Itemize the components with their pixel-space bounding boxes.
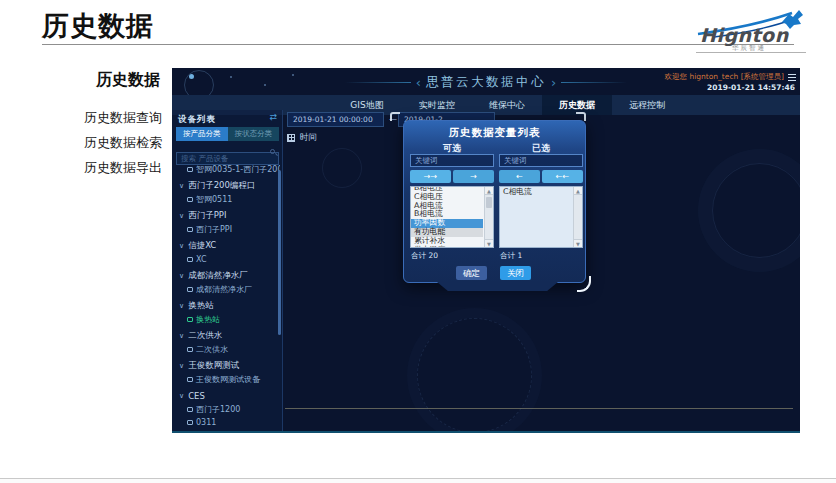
tree-group[interactable]: ∨信捷XC [172,238,280,253]
available-items: B相电压 C相电压 A相电流 B相电流 功率因数 有功电能 累计补水 供水温度 [411,186,483,248]
sidebar-item-export[interactable]: 历史数据导出 [84,159,162,177]
grid-icon [287,134,295,142]
close-button[interactable]: 关闭 [500,266,531,280]
scroll-up-icon[interactable]: ▲ [485,187,493,195]
tree-leaf[interactable]: 智网0035-1-西门子200 [172,163,280,176]
tree-label: 换热站 [188,300,214,312]
slide-footer-line [0,478,836,483]
decor-ring [712,163,800,258]
tab-by-status[interactable]: 按状态分类 [228,127,280,141]
bracket-right-icon: › [551,78,556,88]
chevron-down-icon: ∨ [179,182,184,190]
tree-group[interactable]: ∨二次供水 [172,328,280,343]
modal-bottom-notch [437,282,558,291]
tree-leaf[interactable]: 成都清然净水厂 [172,283,280,296]
available-column: 可选 →→ → B相电压 C相电压 A相电流 B相电流 功率因数 有功电能 累计… [410,121,494,282]
panel-scrollbar[interactable] [278,170,281,335]
modal-footer: 确定 关闭 [404,266,585,280]
device-icon [187,377,193,382]
decor-ring [417,318,532,433]
selected-scrollbar[interactable]: ▲ ▼ [573,187,582,247]
panel-transfer-icon[interactable]: ⇄ [269,112,277,122]
device-icon [187,197,193,202]
move-all-left-button[interactable]: ←← [542,170,583,183]
tree-label: 西门子PPI [196,224,232,235]
datetime-text: 2019-01-21 14:57:46 [707,83,795,92]
tree-leaf[interactable]: 0311 [172,416,280,429]
device-icon [187,347,193,352]
tree-group[interactable]: ∨CES [172,388,280,403]
dashboard: ‹ 思普云大数据中心 › 欢迎您 hignton_tech [系统管理员] 20… [172,68,800,433]
tree-group[interactable]: ∨成都清然净水厂 [172,268,280,283]
dashboard-title: 思普云大数据中心 [426,74,546,91]
move-right-button[interactable]: → [453,170,494,183]
device-list-panel: 设备列表 ⇄ 按产品分类 按状态分类 智网0035-1-西门子200 ∨西门子2… [172,110,283,433]
tree-label: 王俊数网测试设备 [196,374,260,385]
tree-label: 成都清然净水厂 [188,270,248,282]
selected-list: C相电流 ▲ ▼ [499,186,583,248]
selected-keyword-input[interactable] [499,154,583,167]
nav-tab-remote[interactable]: 远程控制 [612,95,682,115]
device-icon [187,167,193,172]
tree-leaf[interactable]: 王俊数网测试设备 [172,373,280,386]
transfer-buttons-right: ← ←← [499,170,583,183]
tree-leaf[interactable]: 西门子PPI [172,223,280,236]
device-icon [187,317,193,322]
tree-label: 西门子200编程口 [188,180,255,192]
nav-tab-history[interactable]: 历史数据 [542,95,612,115]
decor-dot [292,74,294,76]
variable-list-modal: 历史数据变量列表 可选 →→ → B相电压 C相电压 A相电流 B相电流 功率因… [403,120,586,283]
tree-group[interactable]: ∨换热站 [172,298,280,313]
chevron-down-icon: ∨ [179,362,184,370]
title-wing-right [561,82,627,83]
tree-label: 西门子PPI [188,210,226,222]
tree-label: CES [188,391,205,401]
device-icon [187,257,193,262]
list-item[interactable]: 供水温度 [411,246,483,248]
available-list: B相电压 C相电压 A相电流 B相电流 功率因数 有功电能 累计补水 供水温度 … [410,186,494,248]
date-from-input[interactable] [287,112,384,127]
tree-leaf[interactable]: 智网0511 [172,193,280,206]
available-keyword-input[interactable] [410,154,494,167]
tree-label: 二次供水 [188,330,222,342]
chevron-down-icon: ∨ [179,302,184,310]
device-icon [187,227,193,232]
panel-tabs: 按产品分类 按状态分类 [176,127,279,141]
list-item[interactable]: C相电流 [500,188,572,197]
scroll-down-icon[interactable]: ▼ [574,239,582,247]
menu-icon[interactable] [788,74,796,81]
device-icon [187,287,193,292]
tree-label: 智网0511 [196,194,232,205]
sidebar-heading: 历史数据 [60,70,160,91]
tree-label: 智网0035-1-西门子200 [196,164,280,175]
chevron-down-icon: ∨ [179,242,184,250]
sidebar-item-search[interactable]: 历史数据检索 [84,134,162,152]
transfer-buttons-left: →→ → [410,170,494,183]
available-scrollbar[interactable]: ▲ ▼ [484,187,493,247]
tab-by-product[interactable]: 按产品分类 [176,127,228,141]
tree-label: 成都清然净水厂 [196,284,252,295]
tree-group[interactable]: ∨王俊数网测试 [172,358,280,373]
confirm-button[interactable]: 确定 [456,266,487,280]
time-column-label: 时间 [300,132,317,144]
tree-group[interactable]: ∨西门子PPI [172,208,280,223]
tree-leaf[interactable]: 西门子1200 [172,403,280,416]
move-left-button[interactable]: ← [499,170,540,183]
move-all-right-button[interactable]: →→ [410,170,451,183]
table-header-time: 时间 [287,132,317,144]
tree-label: XC [196,255,206,264]
device-icon [187,407,193,412]
tree-group[interactable]: ∨西门子200编程口 [172,178,280,193]
chevron-down-icon: ∨ [179,272,184,280]
panel-title: 设备列表 [178,114,216,126]
tree-leaf[interactable]: XC [172,253,280,266]
tree-leaf-selected[interactable]: 换热站 [172,313,280,326]
scroll-up-icon[interactable]: ▲ [574,187,582,195]
company-logo: Hignton 华辰智通 [694,8,810,54]
tree-label: 二次供水 [196,344,228,355]
sidebar-item-query[interactable]: 历史数据查询 [84,109,162,127]
scroll-down-icon[interactable]: ▼ [485,239,493,247]
scrollbar-thumb[interactable] [486,197,492,208]
tree-label: 0311 [196,418,216,427]
tree-leaf[interactable]: 二次供水 [172,343,280,356]
